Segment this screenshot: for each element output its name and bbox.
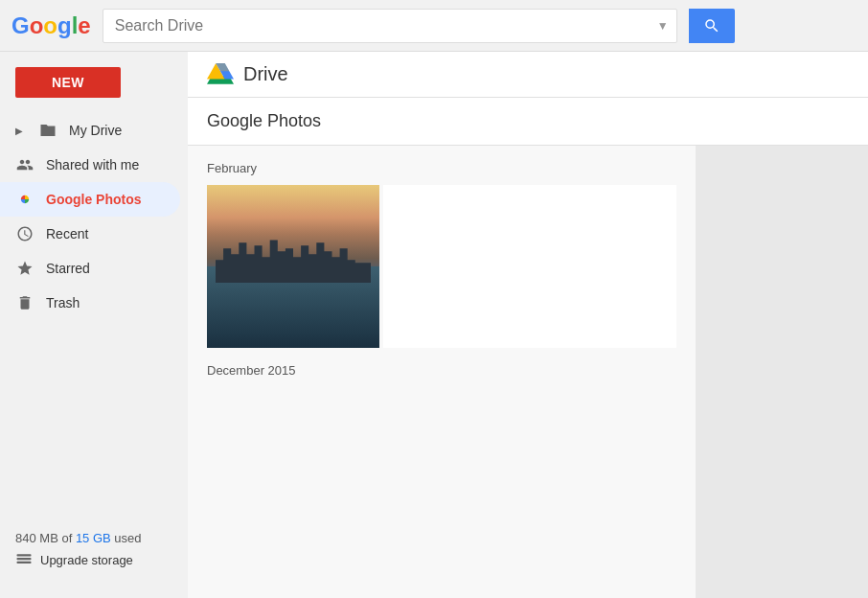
- people-icon: [15, 155, 34, 174]
- sidebar-item-starred[interactable]: Starred: [0, 251, 180, 286]
- storage-limit: 15 GB: [76, 531, 111, 545]
- upgrade-storage-label: Upgrade storage: [40, 553, 133, 567]
- logo-letter-l: l: [72, 12, 79, 39]
- new-button[interactable]: NEW: [15, 67, 121, 98]
- sidebar: NEW ▶ My Drive Shared with me: [0, 52, 188, 598]
- google-logo: Google: [11, 12, 91, 39]
- drive-header-bar: Drive: [188, 52, 868, 98]
- sidebar-item-trash[interactable]: Trash: [0, 286, 180, 320]
- content-and-panel: February December 2015: [188, 146, 868, 598]
- sidebar-item-label: Shared with me: [46, 157, 139, 172]
- month-section-february: February: [207, 161, 676, 348]
- sidebar-item-label: My Drive: [69, 123, 122, 138]
- google-photos-icon: [15, 190, 34, 209]
- app-header: Google ▼: [0, 0, 868, 52]
- sidebar-item-label: Google Photos: [46, 192, 142, 207]
- content-header: Google Photos: [188, 98, 868, 146]
- svg-rect-1: [17, 558, 32, 560]
- search-bar[interactable]: ▼: [103, 9, 677, 43]
- logo-letter-g: G: [11, 12, 30, 39]
- sidebar-item-shared[interactable]: Shared with me: [0, 148, 180, 182]
- content-area: Drive Google Photos February December 20…: [188, 52, 868, 598]
- month-label: December 2015: [207, 363, 676, 378]
- logo-letter-g2: g: [57, 12, 72, 39]
- sidebar-item-label: Recent: [46, 226, 88, 242]
- sidebar-item-label: Trash: [46, 295, 80, 310]
- logo-letter-o1: o: [30, 12, 44, 39]
- search-icon: [703, 17, 720, 34]
- expand-arrow-icon: ▶: [15, 126, 23, 136]
- photo-spacer: [383, 185, 676, 348]
- search-dropdown-arrow[interactable]: ▼: [650, 19, 676, 33]
- sidebar-item-label: Starred: [46, 261, 90, 276]
- folder-icon: [38, 121, 57, 140]
- storage-bars-icon: [15, 554, 33, 567]
- star-icon: [15, 259, 34, 278]
- storage-area: 840 MB of 15 GB used Upgrade storage: [0, 516, 188, 583]
- logo-letter-e: e: [78, 12, 90, 39]
- photos-content: February December 2015: [188, 146, 696, 598]
- clock-icon: [15, 224, 34, 243]
- storage-suffix: used: [111, 531, 142, 545]
- svg-rect-0: [17, 554, 32, 556]
- month-section-december: December 2015: [207, 363, 676, 387]
- drive-title: Drive: [243, 63, 288, 85]
- photos-grid: [207, 185, 676, 348]
- sidebar-item-my-drive[interactable]: ▶ My Drive: [0, 113, 180, 148]
- page-title: Google Photos: [207, 111, 321, 131]
- sidebar-item-recent[interactable]: Recent: [0, 217, 180, 251]
- main-layout: NEW ▶ My Drive Shared with me: [0, 52, 868, 598]
- search-button[interactable]: [689, 9, 735, 43]
- sidebar-item-google-photos[interactable]: Google Photos: [0, 182, 180, 217]
- upgrade-storage-button[interactable]: Upgrade storage: [15, 553, 172, 567]
- logo-letter-o2: o: [43, 12, 57, 39]
- trash-icon: [15, 293, 34, 312]
- month-label: February: [207, 161, 676, 175]
- storage-used-text: 840 MB of: [15, 531, 76, 545]
- right-panel: [696, 146, 868, 598]
- search-input[interactable]: [103, 17, 650, 34]
- drive-logo-icon: [207, 61, 234, 88]
- photo-thumbnail[interactable]: [207, 185, 379, 348]
- svg-rect-2: [17, 561, 32, 563]
